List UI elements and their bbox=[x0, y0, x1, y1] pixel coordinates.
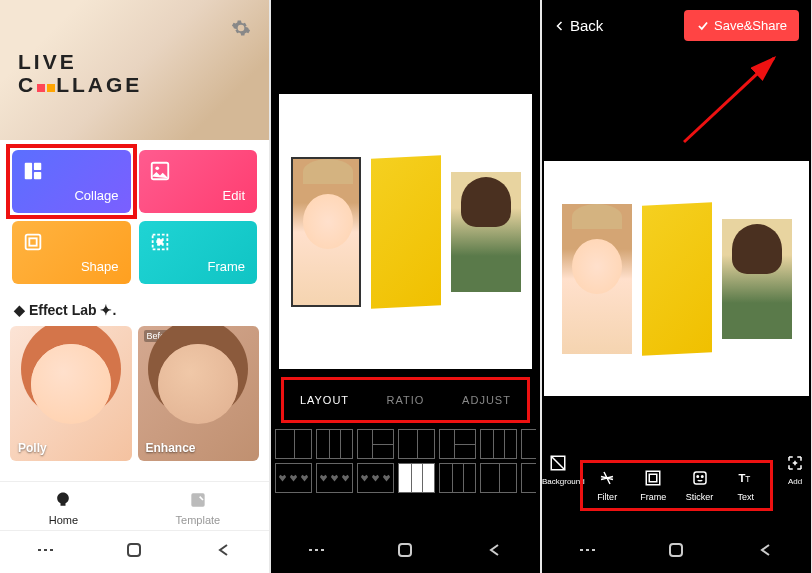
face-shape bbox=[572, 239, 622, 294]
arrow-annotation bbox=[678, 50, 798, 150]
layout-option[interactable] bbox=[521, 429, 536, 459]
photo-slot-1[interactable] bbox=[562, 204, 632, 354]
home-screen: LIVE CLLAGE Collage Edit Shape Frame ◆ E… bbox=[0, 0, 269, 573]
layout-option[interactable] bbox=[480, 429, 517, 459]
tab-adjust[interactable]: ADJUST bbox=[446, 380, 527, 420]
layout-option[interactable] bbox=[480, 463, 517, 493]
svg-rect-13 bbox=[128, 544, 140, 556]
home-icon bbox=[49, 490, 78, 512]
face-shape bbox=[303, 194, 353, 249]
photo-slot-2[interactable] bbox=[642, 202, 712, 356]
photo-slot-2[interactable] bbox=[371, 155, 441, 309]
template-icon bbox=[176, 490, 221, 512]
logo-square-yellow bbox=[47, 84, 55, 92]
svg-rect-2 bbox=[34, 172, 41, 179]
enhance-label: Enhance bbox=[146, 441, 196, 455]
text-icon: TT bbox=[724, 469, 768, 489]
face-illustration bbox=[31, 344, 111, 424]
face-photo bbox=[158, 344, 238, 424]
toolbar-highlight: Filter Frame Sticker TT Text bbox=[580, 460, 773, 511]
tab-ratio[interactable]: RATIO bbox=[365, 380, 446, 420]
layout-hearts[interactable] bbox=[275, 463, 312, 493]
layout-hearts[interactable] bbox=[316, 463, 353, 493]
android-nav bbox=[271, 531, 540, 573]
sticker-icon bbox=[678, 469, 722, 489]
edit-tile[interactable]: Edit bbox=[139, 150, 258, 213]
tab-home[interactable]: Home bbox=[49, 490, 78, 526]
svg-text:T: T bbox=[745, 475, 750, 484]
home-nav-icon[interactable] bbox=[667, 541, 685, 563]
app-logo: LIVE CLLAGE bbox=[18, 50, 269, 96]
back-nav-icon[interactable] bbox=[215, 541, 233, 563]
photo-slot-3[interactable] bbox=[722, 219, 792, 339]
tool-add[interactable]: Add bbox=[779, 450, 811, 490]
bottom-area: Home Template bbox=[0, 481, 269, 573]
layout-option[interactable] bbox=[357, 429, 394, 459]
svg-point-24 bbox=[697, 476, 699, 478]
svg-line-20 bbox=[551, 456, 565, 470]
recent-apps-icon[interactable] bbox=[578, 541, 596, 563]
layout-row-2 bbox=[275, 463, 536, 493]
hat-shape bbox=[572, 204, 622, 229]
svg-rect-31 bbox=[670, 544, 682, 556]
layout-option[interactable] bbox=[439, 429, 476, 459]
back-nav-icon[interactable] bbox=[486, 541, 504, 563]
frame-label: Frame bbox=[207, 259, 245, 274]
photo-slot-1[interactable] bbox=[291, 157, 361, 307]
svg-text:T: T bbox=[738, 472, 745, 484]
layout-hearts[interactable] bbox=[357, 463, 394, 493]
layout-row-1 bbox=[275, 429, 536, 459]
tool-text[interactable]: TT Text bbox=[724, 465, 768, 506]
svg-rect-23 bbox=[694, 472, 706, 484]
collage-canvas[interactable] bbox=[544, 161, 809, 396]
svg-rect-21 bbox=[647, 471, 661, 485]
tab-template[interactable]: Template bbox=[176, 490, 221, 526]
check-icon bbox=[696, 19, 710, 33]
tool-frame[interactable]: Frame bbox=[631, 465, 675, 506]
top-bar: Back Save&Share bbox=[542, 0, 811, 51]
collage-canvas[interactable] bbox=[279, 94, 532, 369]
effects-row: Polly Before Enhance bbox=[0, 326, 269, 461]
hair-shape bbox=[461, 177, 511, 227]
effect-enhance[interactable]: Before Enhance bbox=[138, 326, 260, 461]
back-nav-icon[interactable] bbox=[757, 541, 775, 563]
back-button[interactable]: Back bbox=[554, 17, 603, 34]
recent-apps-icon[interactable] bbox=[36, 541, 54, 563]
svg-rect-1 bbox=[34, 163, 41, 170]
settings-icon[interactable] bbox=[231, 18, 251, 42]
tab-layout[interactable]: LAYOUT bbox=[284, 380, 365, 420]
tool-filter[interactable]: Filter bbox=[585, 465, 629, 506]
layout-option[interactable] bbox=[316, 429, 353, 459]
svg-point-25 bbox=[701, 476, 703, 478]
layout-option[interactable] bbox=[439, 463, 476, 493]
layout-option[interactable] bbox=[275, 429, 312, 459]
home-nav-icon[interactable] bbox=[125, 541, 143, 563]
tool-sticker[interactable]: Sticker bbox=[678, 465, 722, 506]
frame-tile[interactable]: Frame bbox=[139, 221, 258, 284]
home-nav-icon[interactable] bbox=[396, 541, 414, 563]
photo-slot-3[interactable] bbox=[451, 172, 521, 292]
svg-rect-8 bbox=[157, 239, 163, 245]
layout-option[interactable] bbox=[521, 463, 536, 493]
layout-option-selected[interactable] bbox=[398, 463, 435, 493]
polly-label: Polly bbox=[18, 441, 47, 455]
shape-icon bbox=[22, 231, 44, 257]
logo-square-red bbox=[37, 84, 45, 92]
logo-line1: LIVE bbox=[18, 50, 269, 73]
effect-polly[interactable]: Polly bbox=[10, 326, 132, 461]
add-icon bbox=[779, 454, 811, 474]
hat-shape bbox=[303, 159, 353, 184]
recent-apps-icon[interactable] bbox=[307, 541, 325, 563]
highlight-annotation: Collage bbox=[6, 144, 137, 219]
collage-tile[interactable]: Collage bbox=[12, 150, 131, 213]
android-nav bbox=[542, 531, 811, 573]
edit-label: Edit bbox=[223, 188, 245, 203]
frame-icon bbox=[631, 469, 675, 489]
background-icon bbox=[542, 454, 574, 474]
save-share-button[interactable]: Save&Share bbox=[684, 10, 799, 41]
svg-rect-17 bbox=[399, 544, 411, 556]
shape-tile[interactable]: Shape bbox=[12, 221, 131, 284]
collage-label: Collage bbox=[74, 188, 118, 203]
tool-background[interactable]: Background bbox=[542, 450, 574, 490]
layout-option[interactable] bbox=[398, 429, 435, 459]
